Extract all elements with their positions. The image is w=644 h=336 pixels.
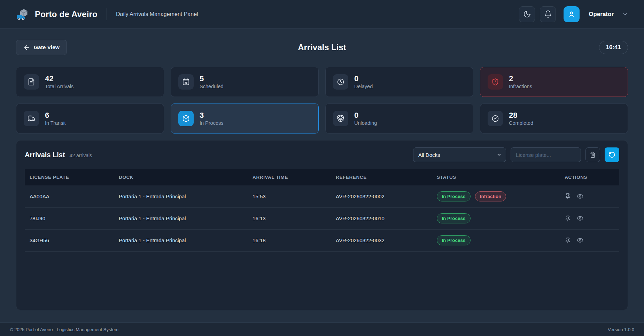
- table-row[interactable]: AA00AA Portaria 1 - Entrada Principal 15…: [25, 185, 619, 207]
- table-header-row: License Plate Dock Arrival Time Referenc…: [25, 169, 619, 185]
- brand: Porto de Aveiro: [16, 8, 98, 21]
- col-actions: Actions: [560, 169, 619, 185]
- page-title: Arrivals List: [16, 43, 628, 52]
- stats-grid: 42 Total Arrivals 5 Scheduled: [16, 67, 628, 133]
- view-details-button[interactable]: [577, 215, 583, 222]
- truck-icon: [24, 111, 39, 126]
- stat-label: In Process: [200, 120, 224, 127]
- stat-label: Infractions: [509, 83, 532, 90]
- cell-arrival-time: 16:13: [248, 207, 331, 229]
- cell-arrival-time: 15:53: [248, 185, 331, 207]
- stat-label: Scheduled: [200, 83, 224, 90]
- view-details-button[interactable]: [577, 237, 583, 244]
- gate-view-back-button[interactable]: Gate View: [16, 40, 67, 55]
- user-name[interactable]: Operator: [589, 11, 614, 18]
- cell-dock: Portaria 1 - Entrada Principal: [114, 229, 248, 251]
- package-open-icon: [333, 111, 348, 126]
- col-license-plate: License Plate: [25, 169, 114, 185]
- cell-license-plate: 34GH56: [25, 229, 114, 251]
- app-footer: © 2025 Port of Aveiro - Logistics Manage…: [0, 322, 644, 336]
- theme-toggle-button[interactable]: [519, 6, 535, 22]
- dock-filter-wrap: All Docks: [413, 147, 506, 162]
- status-badge-in-process: In Process: [437, 235, 470, 245]
- stat-card-in-process[interactable]: 3 In Process: [171, 104, 319, 133]
- table-row[interactable]: 34GH56 Portaria 1 - Entrada Principal 16…: [25, 229, 619, 251]
- arrivals-table: License Plate Dock Arrival Time Referenc…: [25, 169, 619, 252]
- eye-icon: [577, 193, 583, 200]
- cell-reference: AVR-20260322-0002: [331, 185, 432, 207]
- stat-label: Completed: [509, 120, 533, 127]
- stat-value: 28: [509, 110, 533, 120]
- footer-version: Version 1.0.0: [608, 327, 634, 332]
- status-badge-in-process: In Process: [437, 213, 470, 223]
- dock-filter-select[interactable]: All Docks: [413, 147, 506, 162]
- back-button-label: Gate View: [34, 44, 60, 51]
- stat-value: 42: [45, 74, 73, 84]
- user-avatar[interactable]: [564, 6, 580, 22]
- stat-value: 0: [354, 110, 377, 120]
- stat-value: 5: [200, 74, 224, 84]
- app-header: Porto de Aveiro Daily Arrivals Managemen…: [0, 0, 644, 29]
- stat-label: Unloading: [354, 120, 377, 127]
- stat-card-unloading[interactable]: 0 Unloading: [325, 104, 473, 133]
- header-subtitle: Daily Arrivals Management Panel: [116, 11, 198, 17]
- status-badge-in-process: In Process: [437, 191, 470, 201]
- stat-value: 0: [354, 74, 373, 84]
- pin-icon: [565, 215, 571, 222]
- clear-filters-button[interactable]: [585, 147, 600, 162]
- stat-label: Total Arrivals: [45, 83, 73, 90]
- stat-label: In Transit: [45, 120, 66, 127]
- col-arrival-time: Arrival Time: [248, 169, 331, 185]
- stat-card-total-arrivals[interactable]: 42 Total Arrivals: [16, 67, 164, 97]
- stat-value: 6: [45, 110, 66, 120]
- status-badge-infraction: Infraction: [475, 191, 506, 201]
- stat-label: Delayed: [354, 83, 373, 90]
- table-row[interactable]: 78IJ90 Portaria 1 - Entrada Principal 16…: [25, 207, 619, 229]
- eye-icon: [577, 215, 583, 222]
- panel-header: Arrivals List 42 arrivals All Docks: [16, 140, 628, 168]
- user-icon: [568, 10, 575, 18]
- main-content: Gate View Arrivals List 16:41 42 Total A…: [0, 29, 644, 322]
- pin-icon: [565, 237, 571, 244]
- footer-copyright: © 2025 Port of Aveiro - Logistics Manage…: [10, 327, 118, 332]
- col-dock: Dock: [114, 169, 248, 185]
- stat-card-completed[interactable]: 28 Completed: [480, 104, 628, 133]
- stat-card-in-transit[interactable]: 6 In Transit: [16, 104, 164, 133]
- header-divider: [107, 8, 107, 20]
- toolbar: Gate View Arrivals List 16:41: [16, 40, 628, 55]
- col-status: Status: [432, 169, 560, 185]
- stat-value: 2: [509, 74, 532, 84]
- port-logistics-logo-icon: [16, 8, 29, 21]
- eye-icon: [577, 237, 583, 244]
- cell-reference: AVR-20260322-0032: [331, 229, 432, 251]
- stat-value: 3: [200, 110, 224, 120]
- rotate-ccw-icon: [608, 151, 615, 158]
- arrow-left-icon: [23, 44, 30, 51]
- license-plate-search-input[interactable]: [511, 147, 581, 162]
- cell-license-plate: 78IJ90: [25, 207, 114, 229]
- refresh-button[interactable]: [605, 147, 619, 162]
- stat-card-delayed[interactable]: 0 Delayed: [325, 67, 473, 97]
- moon-icon: [523, 10, 531, 18]
- pin-action-button[interactable]: [565, 237, 571, 244]
- stat-card-scheduled[interactable]: 5 Scheduled: [171, 67, 319, 97]
- col-reference: Reference: [331, 169, 432, 185]
- bell-icon: [544, 10, 552, 18]
- clock-icon: [333, 74, 348, 90]
- pin-action-button[interactable]: [565, 215, 571, 222]
- stat-card-infractions[interactable]: 2 Infractions: [480, 67, 628, 97]
- pin-action-button[interactable]: [565, 193, 571, 199]
- notifications-button[interactable]: [540, 6, 556, 22]
- cell-license-plate: AA00AA: [25, 185, 114, 207]
- file-text-icon: [24, 74, 39, 90]
- brand-title: Porto de Aveiro: [35, 9, 98, 19]
- chevron-down-icon[interactable]: [622, 11, 628, 17]
- view-details-button[interactable]: [577, 193, 583, 200]
- cell-dock: Portaria 1 - Entrada Principal: [114, 207, 248, 229]
- current-time-badge: 16:41: [599, 41, 628, 54]
- check-circle-icon: [488, 111, 503, 126]
- cell-arrival-time: 16:18: [248, 229, 331, 251]
- arrivals-count: 42 arrivals: [70, 153, 92, 158]
- shield-alert-icon: [488, 74, 503, 90]
- trash-icon: [590, 152, 596, 158]
